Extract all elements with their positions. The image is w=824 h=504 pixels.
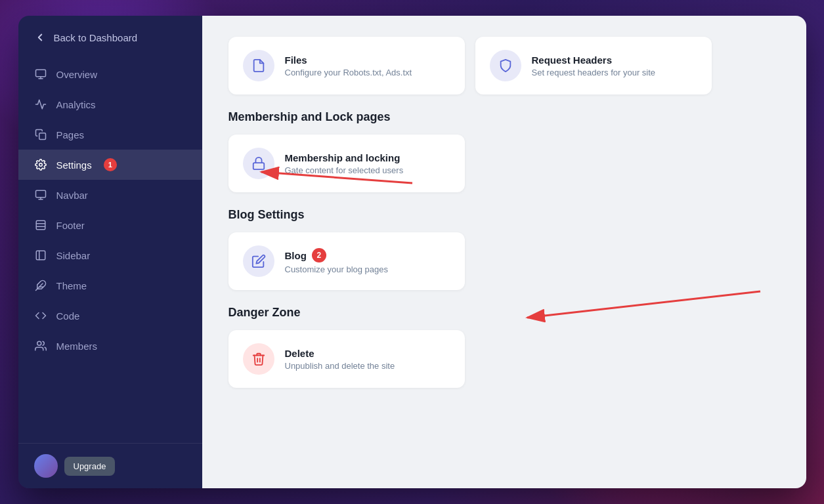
svg-point-15 [37, 341, 41, 345]
blog-card-text: Blog 2 Customize your blog pages [285, 248, 389, 274]
sidebar-item-analytics[interactable]: Analytics [18, 89, 202, 119]
membership-section-title: Membership and Lock pages [228, 110, 780, 124]
sidebar-item-theme[interactable]: Theme [18, 270, 202, 301]
request-headers-card-text: Request Headers Set request headers for … [532, 54, 656, 77]
svg-rect-3 [39, 133, 45, 140]
trash-icon [243, 343, 274, 375]
back-to-dashboard[interactable]: Back to Dashboard [18, 16, 202, 56]
svg-rect-16 [253, 163, 264, 169]
settings-icon [34, 158, 47, 171]
danger-section-title: Danger Zone [228, 306, 780, 320]
membership-cards-row: Membership and locking Gate content for … [228, 135, 780, 192]
delete-card-desc: Unpublish and delete the site [285, 361, 395, 371]
files-card-text: Files Configure your Robots.txt, Ads.txt [285, 54, 412, 77]
top-cards-row: Files Configure your Robots.txt, Ads.txt… [228, 37, 780, 94]
sidebar-item-label: Navbar [56, 190, 88, 201]
analytics-icon [34, 98, 47, 111]
blog-edit-icon [243, 245, 274, 277]
back-label: Back to Dashboard [54, 32, 138, 43]
membership-locking-card[interactable]: Membership and locking Gate content for … [228, 135, 465, 192]
blog-cards-row: Blog 2 Customize your blog pages [228, 232, 780, 290]
blog-card-desc: Customize your blog pages [285, 264, 389, 274]
membership-locking-title: Membership and locking [285, 152, 404, 163]
files-card[interactable]: Files Configure your Robots.txt, Ads.txt [228, 37, 465, 94]
sidebar-item-settings[interactable]: Settings 1 [18, 150, 202, 180]
sidebar-nav: Overview Analytics Pages [18, 56, 202, 443]
sidebar-item-pages[interactable]: Pages [18, 119, 202, 150]
svg-rect-5 [35, 190, 45, 198]
membership-locking-desc: Gate content for selected users [285, 165, 404, 175]
svg-rect-11 [36, 251, 45, 260]
files-card-title: Files [285, 54, 412, 66]
danger-cards-row: Delete Unpublish and delete the site [228, 330, 780, 388]
sidebar-item-label: Analytics [56, 99, 96, 110]
delete-card-title: Delete [285, 348, 395, 359]
request-headers-desc: Set request headers for your site [532, 68, 656, 77]
members-icon [34, 339, 47, 352]
files-card-desc: Configure your Robots.txt, Ads.txt [285, 68, 412, 77]
sidebar-item-members[interactable]: Members [18, 331, 202, 361]
svg-rect-8 [36, 220, 45, 230]
sidebar: Back to Dashboard Overview Anal [18, 16, 202, 488]
request-headers-card[interactable]: Request Headers Set request headers for … [475, 37, 712, 94]
lock-icon [243, 148, 274, 179]
sidebar-item-overview[interactable]: Overview [18, 59, 202, 89]
back-arrow-icon [34, 32, 46, 43]
svg-point-4 [39, 163, 42, 167]
app-container: Back to Dashboard Overview Anal [18, 16, 806, 488]
sidebar-item-code[interactable]: Code [18, 301, 202, 331]
sidebar-item-label: Members [56, 341, 98, 352]
pages-icon [34, 128, 47, 141]
code-icon [34, 309, 47, 322]
main-content: Files Configure your Robots.txt, Ads.txt… [202, 16, 806, 488]
avatar [34, 454, 58, 478]
sidebar-item-label: Theme [56, 280, 87, 291]
sidebar-item-label: Pages [56, 129, 85, 140]
sidebar-item-navbar[interactable]: Navbar [18, 180, 202, 210]
shield-icon [490, 50, 521, 81]
blog-section-title: Blog Settings [228, 208, 780, 222]
blog-badge: 2 [312, 248, 326, 262]
sidebar-icon [34, 249, 47, 262]
delete-card[interactable]: Delete Unpublish and delete the site [228, 330, 465, 388]
sidebar-item-label: Settings [56, 159, 92, 171]
footer-icon [34, 219, 47, 232]
blog-card-title: Blog 2 [285, 248, 389, 262]
monitor-icon [34, 68, 47, 81]
sidebar-item-footer[interactable]: Footer [18, 210, 202, 240]
file-icon [243, 50, 274, 81]
upgrade-button[interactable]: Upgrade [64, 457, 116, 476]
sidebar-item-label: Sidebar [56, 250, 91, 261]
delete-card-text: Delete Unpublish and delete the site [285, 348, 395, 371]
sidebar-item-label: Overview [56, 69, 98, 80]
settings-badge: 1 [104, 158, 117, 171]
request-headers-title: Request Headers [532, 54, 656, 66]
sidebar-item-label: Footer [56, 220, 85, 231]
sidebar-item-sidebar[interactable]: Sidebar [18, 240, 202, 270]
sidebar-item-label: Code [56, 310, 80, 322]
navbar-icon [34, 188, 47, 201]
sidebar-bottom: Upgrade [18, 443, 202, 488]
blog-card[interactable]: Blog 2 Customize your blog pages [228, 232, 465, 290]
svg-rect-0 [35, 70, 45, 77]
theme-icon [34, 279, 47, 292]
membership-locking-text: Membership and locking Gate content for … [285, 152, 404, 175]
